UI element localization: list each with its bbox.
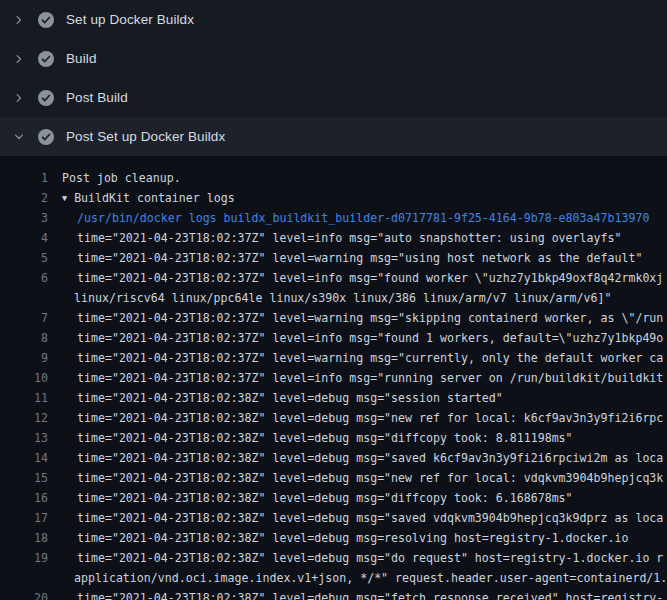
step-row-post-setup-docker-buildx[interactable]: Post Set up Docker Buildx [0,117,667,156]
log-line-number[interactable]: 11 [0,388,48,408]
log-line: 16time="2021-04-23T18:02:38Z" level=debu… [0,488,667,508]
log-line: 10time="2021-04-23T18:02:37Z" level=info… [0,368,667,388]
group-collapse-triangle-icon[interactable]: ▼ [62,188,67,208]
log-line: 17time="2021-04-23T18:02:38Z" level=debu… [0,508,667,528]
log-line: 15time="2021-04-23T18:02:38Z" level=debu… [0,468,667,488]
log-line-number[interactable]: 9 [0,348,48,368]
log-line: 4time="2021-04-23T18:02:37Z" level=info … [0,228,667,248]
log-line-text: linux/riscv64 linux/ppc64le linux/s390x … [74,288,611,308]
log-line-text: time="2021-04-23T18:02:37Z" level=info m… [77,228,621,248]
step-label: Build [66,51,97,66]
actions-log-panel: Set up Docker Buildx Build Post Build [0,0,667,600]
log-line-number[interactable]: 16 [0,488,48,508]
log-line: 20time="2021-04-23T18:02:38Z" level=debu… [0,588,667,600]
log-line-text: time="2021-04-23T18:02:37Z" level=info m… [77,368,663,388]
log-line: 7time="2021-04-23T18:02:37Z" level=warni… [0,308,667,328]
log-line-text: time="2021-04-23T18:02:38Z" level=debug … [77,468,663,488]
log-viewer: 1Post job cleanup. 2▼BuildKit container … [0,156,667,600]
step-label: Post Set up Docker Buildx [66,129,225,144]
step-row-setup-docker-buildx[interactable]: Set up Docker Buildx [0,0,667,39]
log-line-number[interactable]: 2 [0,188,48,208]
log-line: 9time="2021-04-23T18:02:37Z" level=warni… [0,348,667,368]
log-group-label[interactable]: BuildKit container logs [74,191,235,205]
log-line-number[interactable]: 10 [0,368,48,388]
step-row-build[interactable]: Build [0,39,667,78]
chevron-right-icon[interactable] [13,14,25,26]
log-line-continuation: application/vnd.oci.image.index.v1+json,… [0,568,667,588]
chevron-down-icon[interactable] [13,131,25,143]
log-line-number [0,288,48,308]
log-line-number[interactable]: 14 [0,448,48,468]
step-row-post-build[interactable]: Post Build [0,78,667,117]
log-line-number[interactable]: 12 [0,408,48,428]
log-line-text: /usr/bin/docker logs buildx_buildkit_bui… [77,208,649,228]
log-line-number [0,568,48,588]
log-line-text: time="2021-04-23T18:02:38Z" level=debug … [77,508,663,528]
log-line-number[interactable]: 8 [0,328,48,348]
log-line: 14time="2021-04-23T18:02:38Z" level=debu… [0,448,667,468]
log-line-number[interactable]: 6 [0,268,48,288]
log-line-text: time="2021-04-23T18:02:38Z" level=debug … [77,528,628,548]
log-line: 18time="2021-04-23T18:02:38Z" level=debu… [0,528,667,548]
log-line-text: time="2021-04-23T18:02:38Z" level=debug … [77,548,663,568]
log-line-text: time="2021-04-23T18:02:37Z" level=info m… [77,268,663,288]
log-line-text: time="2021-04-23T18:02:38Z" level=debug … [77,588,663,600]
log-line-text: Post job cleanup. [62,168,181,188]
log-line-number[interactable]: 1 [0,168,48,188]
log-line: 11time="2021-04-23T18:02:38Z" level=debu… [0,388,667,408]
log-line-number[interactable]: 4 [0,228,48,248]
step-label: Set up Docker Buildx [66,12,194,27]
steps-list: Set up Docker Buildx Build Post Build [0,0,667,156]
log-line-text: time="2021-04-23T18:02:37Z" level=warnin… [77,348,663,368]
log-group-line: 2▼BuildKit container logs [0,188,667,208]
log-line-text: time="2021-04-23T18:02:38Z" level=debug … [77,408,663,428]
log-line-number[interactable]: 20 [0,588,48,600]
log-line-text: time="2021-04-23T18:02:37Z" level=warnin… [77,308,663,328]
check-circle-icon [38,129,54,145]
log-command-line: 3/usr/bin/docker logs buildx_buildkit_bu… [0,208,667,228]
log-line-text: time="2021-04-23T18:02:38Z" level=debug … [77,488,573,508]
log-line-text: time="2021-04-23T18:02:38Z" level=debug … [77,448,663,468]
chevron-right-icon[interactable] [13,53,25,65]
log-line: 19time="2021-04-23T18:02:38Z" level=debu… [0,548,667,568]
log-line-number[interactable]: 3 [0,208,48,228]
log-line: 13time="2021-04-23T18:02:38Z" level=debu… [0,428,667,448]
log-line: 1Post job cleanup. [0,168,667,188]
check-circle-icon [38,51,54,67]
log-line-text: time="2021-04-23T18:02:38Z" level=debug … [77,388,503,408]
log-line-number[interactable]: 17 [0,508,48,528]
log-line: 12time="2021-04-23T18:02:38Z" level=debu… [0,408,667,428]
log-line-continuation: linux/riscv64 linux/ppc64le linux/s390x … [0,288,667,308]
step-label: Post Build [66,90,128,105]
log-line-text: time="2021-04-23T18:02:37Z" level=info m… [77,328,663,348]
check-circle-icon [38,12,54,28]
log-line-text: time="2021-04-23T18:02:37Z" level=warnin… [77,248,642,268]
log-line: 8time="2021-04-23T18:02:37Z" level=info … [0,328,667,348]
log-line-number[interactable]: 19 [0,548,48,568]
check-circle-icon [38,90,54,106]
log-line-text: time="2021-04-23T18:02:38Z" level=debug … [77,428,573,448]
log-line-number[interactable]: 13 [0,428,48,448]
log-line-number[interactable]: 5 [0,248,48,268]
log-line-number[interactable]: 7 [0,308,48,328]
log-line: 5time="2021-04-23T18:02:37Z" level=warni… [0,248,667,268]
log-line-text: application/vnd.oci.image.index.v1+json,… [74,568,667,588]
chevron-right-icon[interactable] [13,92,25,104]
log-line: 6time="2021-04-23T18:02:37Z" level=info … [0,268,667,288]
log-line-number[interactable]: 15 [0,468,48,488]
log-line-number[interactable]: 18 [0,528,48,548]
